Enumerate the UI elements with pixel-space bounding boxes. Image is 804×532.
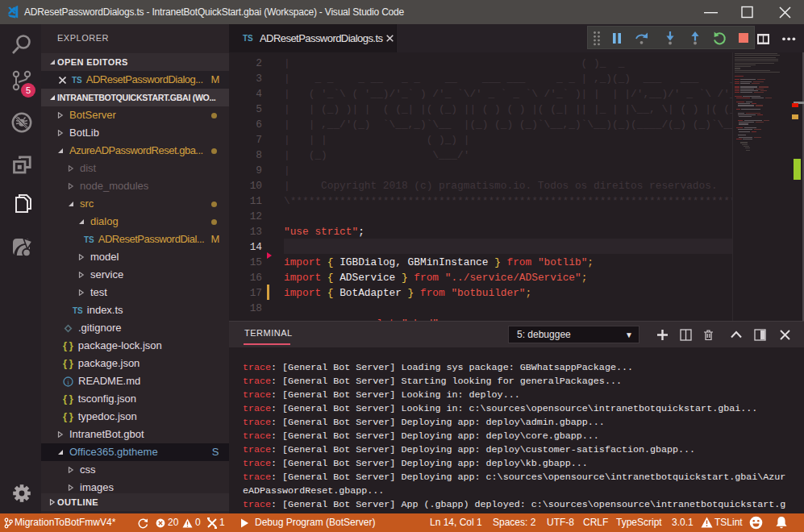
svg-text:i: i — [67, 378, 69, 386]
